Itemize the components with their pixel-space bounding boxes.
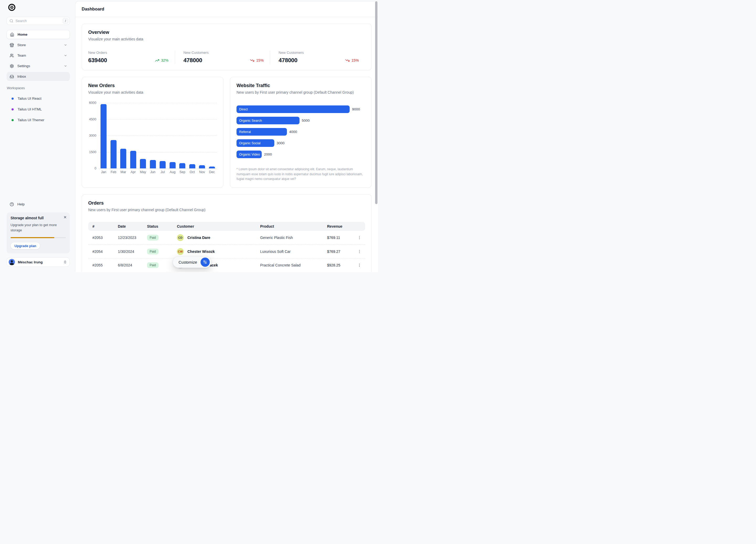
y-tick-label: 4500 (89, 118, 96, 121)
traffic-bar-label: Organic Video (239, 153, 260, 156)
revenue: $769.11 (327, 236, 351, 240)
x-tick-label: Sep (177, 170, 187, 174)
sidebar-item-label: Team (17, 54, 26, 57)
customer-name: Chester Wisozk (187, 250, 215, 254)
row-menu-button[interactable] (357, 263, 365, 267)
close-icon[interactable] (63, 215, 67, 219)
product-name: Generic Plastic Fish (260, 236, 327, 240)
customer-name: Cristina Dare (187, 236, 210, 240)
traffic-bar-row: Direct 9000 (237, 106, 365, 113)
y-tick-label: 3000 (89, 134, 96, 138)
scrollbar-thumb[interactable] (375, 1, 377, 204)
user-name: Méschac Irung (18, 260, 43, 264)
status-badge: Paid (147, 249, 159, 255)
traffic-bar-organic-social[interactable]: Organic Social (237, 139, 274, 147)
traffic-bar-organic-search[interactable]: Organic Search (237, 117, 300, 124)
traffic-bar-referral[interactable]: Referral (237, 128, 287, 136)
workspace-item-tailus-ui-html[interactable]: Tailus UI HTML (7, 104, 70, 115)
home-icon (10, 33, 14, 37)
help-button[interactable]: Help (7, 201, 70, 208)
table-row[interactable]: #2054 1/30/2024 Paid CW Chester Wisozk L… (88, 245, 365, 258)
x-tick-label: Nov (197, 170, 207, 174)
users-icon (10, 54, 14, 58)
y-tick-label: 1500 (89, 150, 96, 154)
search-box: / (7, 17, 70, 25)
avatar: CW (177, 248, 184, 255)
traffic-bar-organic-video[interactable]: Organic Video (237, 151, 262, 158)
bar-May (140, 159, 146, 168)
revenue: $769.27 (327, 250, 351, 254)
upgrade-plan-button[interactable]: Upgrade plan (11, 242, 40, 250)
x-tick-label: Oct (187, 170, 197, 174)
stat-trend: 15% (345, 58, 359, 63)
bar-Feb (111, 140, 117, 168)
sidebar-item-team[interactable]: Team (7, 51, 70, 60)
avatar (9, 259, 15, 265)
order-date: 6/8/2024 (118, 263, 147, 267)
col-status: Status (147, 224, 177, 229)
customize-button[interactable]: Customize (173, 256, 211, 268)
x-tick-label: Mar (118, 170, 128, 174)
gridline (99, 168, 217, 169)
traffic-bar-value: 5000 (302, 119, 310, 123)
workspace-label: Tailus UI Themer (18, 118, 44, 122)
sidebar-item-label: Settings (17, 64, 30, 68)
row-menu-button[interactable] (357, 236, 365, 240)
orders-title: Orders (88, 201, 365, 206)
search-input[interactable] (13, 19, 63, 23)
orders-subtitle: New users by First user primary channel … (88, 208, 365, 212)
chevrons-up-down-icon (63, 260, 67, 264)
traffic-bar-direct[interactable]: Direct (237, 106, 350, 113)
workspace-item-tailus-ui-react[interactable]: Tailus UI React (7, 93, 70, 104)
search-icon (9, 19, 13, 23)
row-menu-button[interactable] (357, 250, 365, 254)
storage-title: Storage almost full (11, 216, 66, 220)
avatar: CD (177, 234, 184, 241)
bar-Jul (160, 161, 166, 168)
user-menu[interactable]: Méschac Irung (7, 257, 70, 267)
x-axis: JanFebMarAprMayJunJulAugSepOctNovDec (99, 170, 217, 174)
workspace-item-tailus-ui-themer[interactable]: Tailus UI Themer (7, 115, 70, 125)
x-tick-label: May (138, 170, 148, 174)
x-tick-label: Aug (168, 170, 178, 174)
sidebar-item-label: Store (17, 43, 26, 47)
store-icon (10, 43, 14, 47)
app-logo-icon[interactable] (8, 4, 15, 11)
status-badge: Paid (147, 235, 159, 241)
sliders-icon (203, 260, 207, 264)
stat-new-customers-2: New Customers 478000 15% (270, 51, 365, 64)
bar-Dec (209, 167, 215, 168)
sidebar-item-inbox[interactable]: Inbox (7, 72, 70, 81)
sidebar-item-settings[interactable]: Settings (7, 61, 70, 71)
traffic-bar-row: Organic Search 5000 (237, 117, 365, 124)
traffic-bar-value: 4000 (289, 130, 297, 134)
workspace-label: Tailus UI React (18, 97, 41, 101)
chevron-down-icon (64, 43, 67, 47)
traffic-bar-row: Organic Video 2000 (237, 151, 365, 158)
page-header: Dashboard (75, 1, 378, 17)
table-row[interactable]: #2055 6/8/2024 Paid PK Paulette Kovacek … (88, 258, 365, 272)
col-revenue: Revenue (327, 224, 351, 229)
new-orders-subtitle: Visualize your main activities data (88, 90, 217, 94)
gear-icon (10, 64, 14, 68)
overview-card: Overview Visualize your main activities … (82, 24, 372, 70)
storage-body: Upgrade your plan to get more storage (11, 223, 66, 233)
bar-chart: 60004500300015000 (88, 103, 217, 168)
x-tick-label: Dec (207, 170, 217, 174)
sidebar-item-store[interactable]: Store (7, 40, 70, 50)
customize-circle (201, 258, 210, 267)
status-badge: Paid (147, 262, 159, 268)
dashboard-screen: / Home Store Team Settings (0, 0, 378, 272)
y-axis: 60004500300015000 (88, 103, 99, 168)
sidebar-item-home[interactable]: Home (7, 30, 70, 39)
revenue: $928.25 (327, 263, 351, 267)
y-tick-label: 0 (95, 167, 96, 170)
traffic-bar-label: Referral (239, 130, 251, 134)
stat-label: New Customers (183, 51, 264, 55)
chevron-down-icon (64, 64, 67, 68)
table-row[interactable]: #2053 12/23/2023 Paid CD Cristina Dare G… (88, 231, 365, 245)
traffic-bar-label: Organic Search (239, 119, 262, 123)
stat-new-orders: New Orders 639400 32% (88, 51, 175, 64)
bar-Jun (150, 160, 156, 169)
traffic-title: Website Traffic (237, 83, 365, 88)
